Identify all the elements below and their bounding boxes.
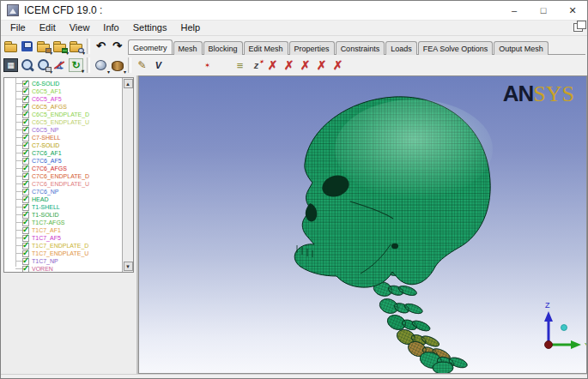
triad-origin bbox=[545, 341, 553, 349]
transform-geometry-icon[interactable] bbox=[216, 58, 231, 72]
triad-y-label: Y bbox=[585, 341, 587, 350]
measure-distance-icon[interactable]: ∡ bbox=[52, 58, 67, 72]
tab-properties[interactable]: Properties bbox=[289, 41, 335, 55]
minimize-button[interactable]: – bbox=[500, 1, 529, 20]
tree-row[interactable]: VOREN bbox=[12, 265, 122, 272]
tree-checkbox[interactable] bbox=[22, 266, 29, 273]
tree-item-label[interactable]: C7C6_AFGS bbox=[32, 165, 67, 171]
tree-item-label[interactable]: C6C5_AFGS bbox=[32, 104, 67, 110]
tree-item-label[interactable]: T1C7-AFGS bbox=[32, 220, 65, 226]
menu-help[interactable]: Help bbox=[173, 21, 207, 34]
app-icon bbox=[7, 4, 19, 16]
tree-item-label[interactable]: C7-SHELL bbox=[32, 135, 60, 141]
menu-edit[interactable]: Edit bbox=[33, 21, 63, 34]
reset-view-icon[interactable]: ↻▾ bbox=[69, 58, 83, 72]
status-bar bbox=[1, 374, 587, 378]
tree-item-label[interactable]: T1C7_ENDPLATE_D bbox=[32, 243, 88, 249]
toolbar-row-2: ▦▾∡↻▾▾▾✎V✶≡z✗✗✗✗✗ bbox=[1, 55, 587, 75]
tree-item-label[interactable]: C6-SOLID bbox=[32, 81, 59, 87]
reset-view-icon-dropdown[interactable]: ▾ bbox=[82, 68, 84, 74]
tree-item-label[interactable]: C6C5_ENDPLATE_U bbox=[32, 119, 89, 125]
display-solid-icon[interactable]: ▾ bbox=[110, 58, 124, 72]
icem-cfd-window: ICEM CFD 19.0 : – □ ✕ FileEditViewInfoSe… bbox=[0, 0, 588, 379]
open-project-icon-overlay bbox=[45, 48, 52, 53]
ear-hole bbox=[391, 244, 398, 249]
tree-item-label[interactable]: C7C6_NP bbox=[32, 189, 59, 195]
coordinate-triad: Z Y bbox=[544, 301, 587, 350]
tree-item-label[interactable]: C7C6_ENDPLATE_U bbox=[32, 181, 89, 187]
tree-item-label[interactable]: C7C6_AF5 bbox=[32, 158, 62, 164]
tree-item-label[interactable]: T1-SOLID bbox=[32, 212, 59, 218]
ansys-logo: ANSYS bbox=[503, 82, 574, 105]
restore-layout-icon[interactable] bbox=[573, 23, 583, 32]
tree-item-label[interactable]: C7C6_AF1 bbox=[32, 150, 62, 156]
close-button[interactable]: ✕ bbox=[558, 1, 587, 20]
display-solid-icon-dropdown[interactable]: ▾ bbox=[124, 69, 126, 75]
menubar: FileEditViewInfoSettingsHelp bbox=[1, 21, 587, 36]
scroll-up-button[interactable]: ▲ bbox=[124, 79, 133, 88]
toolbar-separator bbox=[87, 39, 90, 54]
tree-item-label[interactable]: HEAD bbox=[32, 196, 48, 202]
menu-settings[interactable]: Settings bbox=[126, 21, 174, 34]
scroll-down-button[interactable]: ▼ bbox=[124, 262, 133, 271]
open-geometry-icon[interactable]: ▾ bbox=[69, 39, 83, 53]
save-project-icon[interactable] bbox=[20, 39, 34, 53]
smooth-geometry-icon[interactable]: z bbox=[249, 58, 264, 72]
tab-strip: GeometryMeshBlockingEdit MeshPropertiesC… bbox=[128, 37, 585, 55]
tree-item-label[interactable]: T1C7_AF1 bbox=[32, 227, 61, 233]
open-mesh-icon[interactable]: ▾ bbox=[52, 39, 67, 53]
tab-fea-solve-options[interactable]: FEA Solve Options bbox=[418, 41, 494, 55]
tree-item-label[interactable]: C7-SOLID bbox=[32, 142, 59, 148]
menu-info[interactable]: Info bbox=[96, 21, 125, 34]
menu-view[interactable]: View bbox=[63, 21, 97, 34]
tab-geometry[interactable]: Geometry bbox=[128, 39, 173, 54]
delete-surface-icon[interactable]: ✗ bbox=[298, 58, 312, 72]
tree-item-label[interactable]: C7C6_ENDPLATE_D bbox=[32, 173, 89, 179]
titlebar: ICEM CFD 19.0 : – □ ✕ bbox=[1, 1, 587, 21]
tab-output-mesh[interactable]: Output Mesh bbox=[494, 41, 549, 55]
tree-item-label[interactable]: VOREN bbox=[32, 266, 53, 272]
tree-item-label[interactable]: C6C5_AF1 bbox=[32, 88, 62, 94]
display-sphere-icon[interactable]: ▾ bbox=[94, 58, 108, 72]
open-file-icon[interactable] bbox=[3, 39, 18, 53]
create-body-icon[interactable] bbox=[184, 58, 198, 72]
zoom-icon[interactable] bbox=[20, 58, 34, 72]
delete-any-icon[interactable]: ✗ bbox=[330, 58, 345, 72]
tab-loads[interactable]: Loads bbox=[385, 41, 417, 55]
parts-tree-panel: C6-SOLIDC6C5_AF1C6C5_AF5C6C5_AFGSC6C5_EN… bbox=[3, 77, 134, 273]
tree-item-label[interactable]: T1C7_NP bbox=[32, 258, 58, 264]
tree-item-label[interactable]: T1-SHELL bbox=[32, 204, 60, 210]
tree-item-label[interactable]: C6C5_AF5 bbox=[32, 96, 62, 102]
create-point-icon[interactable]: ✎ bbox=[135, 58, 149, 72]
parts-tree: C6-SOLIDC6C5_AF1C6C5_AF5C6C5_AFGSC6C5_EN… bbox=[4, 78, 122, 272]
tree-item-label[interactable]: T1C7_AF5 bbox=[32, 235, 61, 241]
skull-mesh-scene: Z Y bbox=[139, 76, 587, 374]
triad-z-label: Z bbox=[545, 301, 550, 310]
delete-body-icon[interactable]: ✗ bbox=[314, 58, 329, 72]
tree-item-label[interactable]: T1C7_ENDPLATE_U bbox=[32, 250, 88, 256]
tab-constraints[interactable]: Constraints bbox=[336, 41, 385, 55]
tree-item-label[interactable]: C6C5_NP bbox=[32, 127, 59, 133]
surface-operations-icon[interactable]: ≡ bbox=[233, 58, 247, 72]
repair-geometry-icon[interactable]: ✶ bbox=[200, 58, 215, 72]
open-project-icon[interactable]: ▾ bbox=[36, 39, 51, 53]
tab-blocking[interactable]: Blocking bbox=[203, 41, 243, 55]
zoom-select-icon[interactable]: ▾ bbox=[36, 58, 51, 72]
delete-point-icon[interactable]: ✗ bbox=[265, 58, 280, 72]
delete-curve-icon[interactable]: ✗ bbox=[282, 58, 296, 72]
tree-scrollbar[interactable]: ▲ ▼ bbox=[122, 78, 133, 272]
tree-item-label[interactable]: C6C5_ENDPLATE_D bbox=[32, 111, 89, 117]
fit-window-icon[interactable]: ▦ bbox=[3, 58, 18, 72]
tab-edit-mesh[interactable]: Edit Mesh bbox=[244, 41, 288, 55]
create-surface-icon[interactable] bbox=[167, 58, 182, 72]
undo-icon[interactable]: ↶ bbox=[94, 39, 108, 53]
menu-file[interactable]: File bbox=[3, 21, 33, 34]
viewport-3d[interactable]: Z Y ANSYS bbox=[138, 75, 587, 374]
zoom-select-icon-overlay bbox=[45, 67, 52, 72]
ansys-logo-gold: SYS bbox=[533, 81, 574, 106]
create-curve-icon[interactable]: V bbox=[151, 58, 166, 72]
tab-mesh[interactable]: Mesh bbox=[173, 41, 203, 55]
redo-icon[interactable]: ↷ bbox=[110, 39, 124, 53]
maximize-button[interactable]: □ bbox=[529, 1, 558, 20]
toolbar-row-1: ▾▾▾↶↷ GeometryMeshBlockingEdit MeshPrope… bbox=[1, 36, 587, 55]
